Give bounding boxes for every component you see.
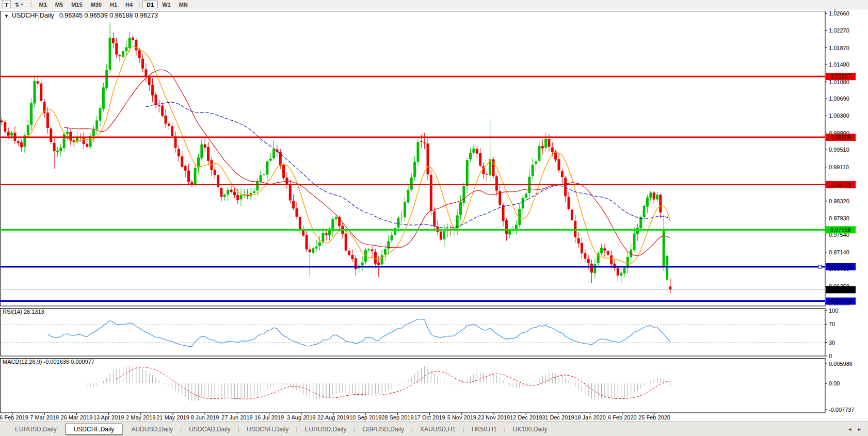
text-tool-button[interactable]: T <box>2 1 11 8</box>
macd-tick-label: 0.00 <box>829 380 840 386</box>
price-axis: 1.026601.022701.018701.014801.010801.006… <box>825 10 849 306</box>
price-tick-label: 0.97140 <box>829 249 849 255</box>
chart-title: ▼USDCHF,Daily0.96345 0.96539 0.96188 0.9… <box>4 12 158 19</box>
ma-slow-line <box>146 102 670 228</box>
timeframe-button-m5[interactable]: M5 <box>51 1 67 8</box>
toolbar-grip[interactable] <box>30 2 32 8</box>
chevron-down-icon: ▾ <box>21 2 23 8</box>
date-label: 10 Sep 2019 <box>349 414 381 421</box>
timeframe-button-m30[interactable]: M30 <box>87 1 106 8</box>
mt4-window: { "toolbar": { "text_tool": "T", "pointe… <box>0 0 868 436</box>
timeframe-button-w1[interactable]: W1 <box>158 1 175 8</box>
tab-hk50-h1[interactable]: HK50,H1 <box>465 426 504 433</box>
rsi-tick-label: 0 <box>829 353 832 359</box>
level-price-label: 1.01207 <box>830 73 851 79</box>
date-label: 13 Apr 2019 <box>93 414 124 421</box>
tab-usdcad-daily[interactable]: USDCAD,Daily <box>182 426 237 433</box>
level-price-label: 0.99800 <box>830 134 851 140</box>
date-label: 22 Aug 2019 <box>317 414 349 421</box>
rsi-tick-label: 70 <box>829 321 835 327</box>
rsi-tick-label: 30 <box>829 340 835 346</box>
support-resistance-lines[interactable]: 1.012070.998000.987030.976580.968030.960… <box>0 73 856 304</box>
timeframe-button-m15[interactable]: M15 <box>67 1 86 8</box>
price-chart[interactable]: 1.026601.022701.018701.014801.010801.006… <box>0 0 868 422</box>
price-tick-label: 1.00690 <box>829 95 849 102</box>
date-label: 6 Feb 2020 <box>608 414 637 421</box>
tab-scroll-left-icon[interactable]: ◄ <box>847 427 852 432</box>
timeframe-button-m1[interactable]: M1 <box>35 1 51 8</box>
macd-tick-label: 0.005986 <box>829 361 853 367</box>
tab-gbpusd-daily[interactable]: GBPUSD,Daily <box>356 426 411 433</box>
date-label: 18 Jan 2020 <box>574 414 606 421</box>
timeframe-button-group: M1M5M15M30H1H4D1W1MN <box>35 1 192 8</box>
level-price-label: 0.96008 <box>830 298 851 304</box>
date-label: 23 Nov 2019 <box>478 414 510 421</box>
rsi-label: RSI(14) 28.1313 <box>3 309 44 315</box>
date-label: 17 Oct 2019 <box>414 414 445 421</box>
date-label: 25 Feb 2020 <box>638 414 670 421</box>
ma-fast-line <box>25 46 670 264</box>
macd-label: MACD(12,26,9) -0.001636 0.000977 <box>3 359 94 365</box>
level-price-label: 0.98703 <box>830 182 851 188</box>
cursor-mode-button[interactable]: ⇅ ▾ <box>12 1 25 8</box>
tab-audusd-daily[interactable]: AUDUSD,Daily <box>124 426 180 433</box>
timeframe-button-d1[interactable]: D1 <box>142 1 158 8</box>
tab-xauusd-h1[interactable]: XAUUSD,H1 <box>413 426 462 433</box>
symbol-tab-bar: EURUSD,DailyUSDCHF,DailyAUDUSD,Daily|USD… <box>0 422 868 436</box>
price-tick-label: 1.02660 <box>829 10 849 17</box>
date-label: 28 Sep 2019 <box>381 414 413 421</box>
timeframe-button-h4[interactable]: H4 <box>121 1 137 8</box>
date-label: 5 Nov 2019 <box>447 414 476 421</box>
price-tick-label: 0.99510 <box>829 147 849 153</box>
tab-usdchf-daily[interactable]: USDCHF,Daily <box>66 424 123 435</box>
date-label: 26 Mar 2019 <box>61 414 93 421</box>
date-label: 21 May 2019 <box>156 414 189 421</box>
price-tick-label: 1.02270 <box>829 27 849 34</box>
candles <box>1 22 671 296</box>
timeframe-button-mn[interactable]: MN <box>175 1 192 8</box>
price-tick-label: 0.99110 <box>829 164 849 170</box>
price-tick-label: 1.01870 <box>829 45 849 51</box>
top-toolbar: T ⇅ ▾ M1M5M15M30H1H4D1W1MN <box>0 0 868 9</box>
price-tick-label: 1.01480 <box>829 61 849 68</box>
timeframe-button-h1[interactable]: H1 <box>106 1 121 8</box>
price-tick-label: 0.98320 <box>829 198 849 204</box>
date-label: 31 Dec 2019 <box>542 414 574 421</box>
price-tick-label: 1.00300 <box>829 112 849 119</box>
date-axis: 16 Feb 20197 Mar 201926 Mar 201913 Apr 2… <box>0 413 670 421</box>
tab-eurusd-daily[interactable]: EURUSD,Daily <box>298 426 353 433</box>
rsi-panel: 10070300 <box>1 308 838 359</box>
tab-uk100-daily[interactable]: UK100,Daily <box>506 426 554 433</box>
macd-tick-label: -0.007737 <box>829 407 855 413</box>
macd-signal-line <box>117 367 670 399</box>
date-label: 3 Aug 2019 <box>287 414 316 421</box>
current-price-label: 0.96273 <box>830 286 851 293</box>
date-label: 2 May 2019 <box>126 414 155 421</box>
date-label: 27 Jun 2019 <box>221 414 253 421</box>
date-label: 7 Mar 2019 <box>30 414 59 421</box>
date-label: 16 Jul 2019 <box>254 414 284 421</box>
toolbar-separator <box>139 2 140 8</box>
rsi-panel-border <box>1 309 826 357</box>
macd-panel <box>87 365 670 401</box>
date-label: 12 Dec 2019 <box>510 414 542 421</box>
date-label: 8 Jun 2019 <box>191 414 219 421</box>
rsi-tick-label: 100 <box>829 308 838 314</box>
arrows-icon: ⇅ <box>14 2 19 8</box>
date-label: 16 Feb 2019 <box>0 414 28 421</box>
price-tick-label: 0.97930 <box>829 215 849 221</box>
level-price-label: 0.97658 <box>830 227 851 233</box>
tab-eurusd-daily[interactable]: EURUSD,Daily <box>8 426 63 433</box>
line-drag-handle[interactable] <box>818 265 822 268</box>
macd-panel-border <box>1 359 826 413</box>
level-price-label: 0.96803 <box>830 264 851 270</box>
tab-usdcnh-daily[interactable]: USDCNH,Daily <box>240 426 295 433</box>
tab-scroll-right-icon[interactable]: ► <box>857 427 862 432</box>
